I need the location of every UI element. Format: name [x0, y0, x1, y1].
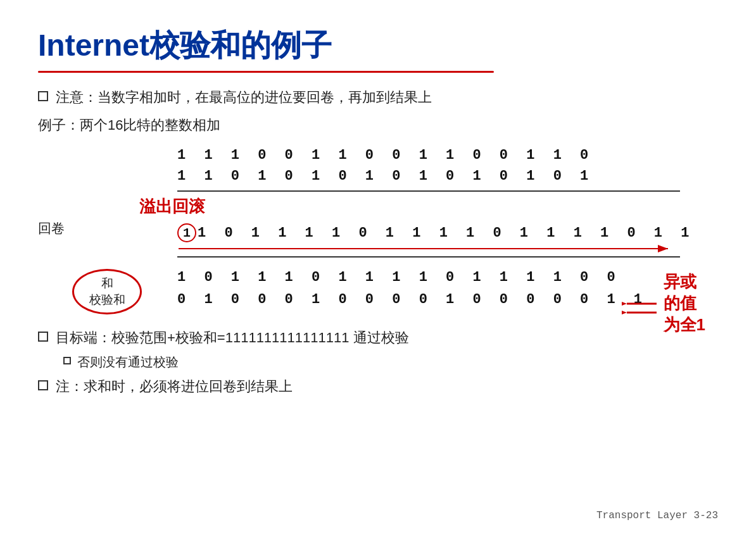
bullet-2: 目标端：校验范围+校验和=1111111111111111 通过校验 [38, 328, 718, 347]
carry-row-container: 1 1 0 1 1 1 1 0 1 1 1 1 0 1 1 1 1 0 1 1 [177, 223, 718, 242]
example-label: 例子：两个16比特的整数相加 [38, 116, 718, 135]
bullet-2-text: 目标端：校验范围+校验和=1111111111111111 通过校验 [56, 328, 409, 347]
xor-label: 异或 的值 为全1 [664, 271, 705, 335]
bullet-square-1 [38, 91, 48, 101]
sum-label-2: 校验和 [89, 292, 125, 308]
binary-row-2: 1 1 0 1 0 1 0 1 0 1 0 1 0 1 0 1 [177, 166, 718, 187]
bullet-square-small [63, 357, 71, 364]
sub-bullet: 否则没有通过校验 [63, 354, 718, 371]
overflow-label: 溢出回滚 [139, 196, 205, 218]
footer: Transport Layer 3-23 [596, 510, 718, 521]
sum-row-1: 1 0 1 1 1 0 1 1 1 1 0 1 1 1 1 0 0 [177, 266, 647, 289]
huijuan-label: 回卷 [38, 220, 65, 237]
bullet-square-2 [38, 332, 48, 342]
binary-rows: 1 1 1 0 0 1 1 0 0 1 1 0 0 1 1 0 1 1 0 1 … [177, 145, 718, 187]
bullet-square-3 [38, 380, 48, 390]
note-text: 注意：当数字相加时，在最高位的进位要回卷，再加到结果上 [56, 88, 432, 107]
sum-binary-block: 1 0 1 1 1 0 1 1 1 1 0 1 1 1 1 0 0 0 1 0 … [177, 266, 647, 311]
title-underline [38, 71, 494, 73]
carry-binary: 1 0 1 1 1 1 0 1 1 1 1 0 1 1 1 1 0 1 1 [198, 225, 694, 241]
xor-container: 异或 的值 为全1 [622, 271, 705, 335]
sum-row-2: 0 1 0 0 0 1 0 0 0 0 1 0 0 0 0 0 1 1 [177, 289, 647, 311]
binary-row-1: 1 1 1 0 0 1 1 0 0 1 1 0 0 1 1 0 [177, 145, 718, 166]
bullet-3: 注：求和时，必须将进位回卷到结果上 [38, 377, 718, 396]
sum-label-1: 和 [101, 275, 113, 292]
divider-1 [177, 190, 680, 192]
sub-bullet-text: 否则没有通过校验 [77, 354, 179, 371]
xor-arrow-svg [622, 285, 660, 323]
sum-circle: 和 校验和 [72, 269, 142, 314]
divider-2 [177, 256, 680, 258]
slide: Internet校验和的例子 注意：当数字相加时，在最高位的进位要回卷，再加到结… [0, 0, 756, 534]
slide-title: Internet校验和的例子 [38, 25, 718, 66]
carry-arrow [177, 244, 671, 252]
carry-circle: 1 [177, 223, 196, 242]
overflow-section: 溢出回滚 回卷 1 1 0 1 1 1 1 0 1 1 1 1 0 1 1 1 … [38, 197, 718, 242]
bottom-bullets: 目标端：校验范围+校验和=1111111111111111 通过校验 否则没有通… [38, 328, 718, 396]
bullet-3-text: 注：求和时，必须将进位回卷到结果上 [56, 377, 293, 396]
sum-section: 和 校验和 1 0 1 1 1 0 1 1 1 1 0 1 1 1 1 0 0 … [38, 266, 718, 311]
note-bullet: 注意：当数字相加时，在最高位的进位要回卷，再加到结果上 [38, 88, 718, 107]
